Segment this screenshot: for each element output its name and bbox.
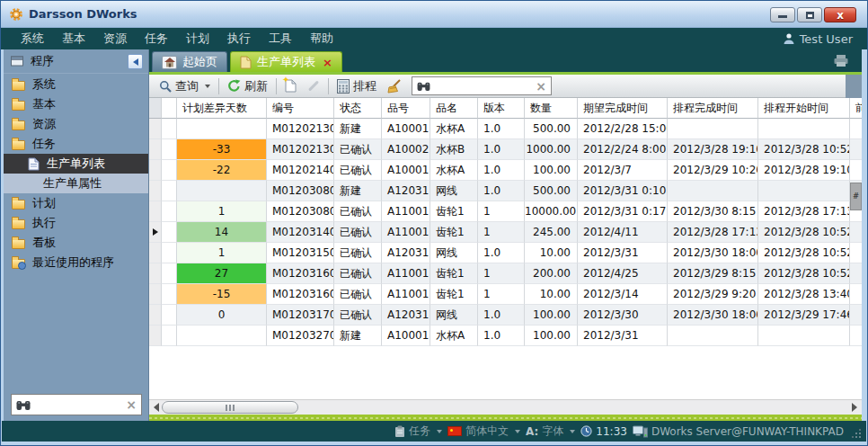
- cell-item_no[interactable]: A10001: [382, 160, 430, 181]
- cell-sched_start[interactable]: 2012/3/29 17:46: [758, 305, 850, 326]
- cell-status[interactable]: 已确认: [334, 284, 382, 305]
- menu-item[interactable]: 任务: [145, 31, 168, 47]
- column-header-version[interactable]: 版本: [478, 98, 525, 119]
- cell-spacer[interactable]: [162, 139, 177, 160]
- column-header-spacer[interactable]: [162, 98, 177, 119]
- sidebar-item[interactable]: 生产单属性: [4, 174, 148, 193]
- cell-item_name[interactable]: 网线: [430, 243, 478, 263]
- cell-sched_start[interactable]: 2012/3/28 10:52: [758, 222, 850, 243]
- new-document-button[interactable]: ✦: [279, 76, 302, 96]
- cell-qty[interactable]: 1000.00: [525, 139, 578, 160]
- cell-no[interactable]: M012031501: [267, 243, 334, 263]
- clean-button[interactable]: [382, 76, 408, 96]
- sidebar-item[interactable]: 最近使用的程序: [4, 253, 148, 272]
- cell-no[interactable]: M012031601: [267, 263, 334, 284]
- cell-due[interactable]: 2012/3/7: [578, 160, 668, 181]
- cell-item_no[interactable]: A12031: [382, 305, 430, 326]
- horizontal-scrollbar-thumb[interactable]: [162, 401, 298, 414]
- vertical-scrollbar-thumb[interactable]: #: [850, 183, 862, 210]
- cell-status[interactable]: 已确认: [334, 263, 382, 284]
- cell-qty[interactable]: 100.00: [525, 305, 578, 326]
- cell-qty[interactable]: 245.00: [525, 222, 578, 243]
- cell-item_no[interactable]: A10001: [382, 326, 430, 346]
- table-row[interactable]: 27M012031601已确认A11001齿轮11200.002012/4/25…: [149, 263, 862, 284]
- cell-no[interactable]: M012032701: [267, 326, 334, 346]
- cell-no[interactable]: M012031602: [267, 284, 334, 305]
- cell-no[interactable]: M012021301: [267, 119, 334, 139]
- cell-qty[interactable]: 500.00: [525, 119, 578, 139]
- menu-item[interactable]: 工具: [269, 31, 292, 47]
- close-button[interactable]: x: [824, 7, 856, 22]
- cell-extra[interactable]: [850, 160, 862, 181]
- cell-sched_start[interactable]: [758, 181, 850, 201]
- cell-item_no[interactable]: A11001: [382, 284, 430, 305]
- menu-item[interactable]: 基本: [62, 31, 85, 47]
- cell-extra[interactable]: [850, 305, 862, 326]
- cell-sched_end[interactable]: 2012/3/29 9:20: [668, 284, 758, 305]
- cell-due[interactable]: 2012/2/24 8:00: [578, 139, 668, 160]
- cell-marker[interactable]: [149, 119, 162, 139]
- cell-item_no[interactable]: A12031: [382, 181, 430, 201]
- cell-qty[interactable]: 200.00: [525, 263, 578, 284]
- toolbar-search-input[interactable]: [434, 79, 531, 94]
- cell-marker[interactable]: [149, 201, 162, 222]
- table-row[interactable]: 1M012031501已确认A12031网线1.010.002012/3/312…: [149, 243, 862, 263]
- sidebar-item[interactable]: 执行: [4, 213, 148, 233]
- cell-qty[interactable]: 100.00: [525, 326, 578, 346]
- clear-search-icon[interactable]: ×: [121, 398, 141, 411]
- cell-diff[interactable]: -15: [177, 284, 267, 305]
- cell-extra[interactable]: [850, 119, 862, 139]
- cell-marker[interactable]: [149, 222, 162, 243]
- cell-extra[interactable]: [850, 222, 862, 243]
- cell-status[interactable]: 已确认: [334, 201, 382, 222]
- menu-item[interactable]: 帮助: [310, 31, 333, 47]
- cell-status[interactable]: 已确认: [334, 305, 382, 326]
- table-row[interactable]: -33M012021302已确认A10002水杯B1.01000.002012/…: [149, 139, 862, 160]
- cell-item_no[interactable]: A10001: [382, 119, 430, 139]
- cell-spacer[interactable]: [162, 201, 177, 222]
- edit-button[interactable]: [302, 76, 325, 96]
- cell-sched_end[interactable]: [668, 119, 758, 139]
- cell-due[interactable]: 2012/4/25: [578, 263, 668, 284]
- cell-due[interactable]: 2012/3/31 0:17: [578, 201, 668, 222]
- cell-no[interactable]: M012030801: [267, 181, 334, 201]
- cell-sched_end[interactable]: [668, 181, 758, 201]
- cell-due[interactable]: 2012/3/31 0:10: [578, 181, 668, 201]
- column-header-item_no[interactable]: 品号: [382, 98, 430, 119]
- cell-version[interactable]: 1: [478, 263, 525, 284]
- cell-item_no[interactable]: A10002: [382, 139, 430, 160]
- cell-sched_start[interactable]: [758, 326, 850, 346]
- sidebar-item[interactable]: 任务: [4, 134, 148, 154]
- cell-sched_start[interactable]: 2012/3/28 13:40: [758, 284, 850, 305]
- table-row[interactable]: -22M012021401已确认A10001水杯A1.0100.002012/3…: [149, 160, 862, 181]
- cell-due[interactable]: 2012/2/28 15:00: [578, 119, 668, 139]
- cell-item_name[interactable]: 水杯A: [430, 326, 478, 346]
- cell-item_no[interactable]: A11001: [382, 263, 430, 284]
- cell-marker[interactable]: [149, 284, 162, 305]
- minimize-button[interactable]: [770, 7, 795, 22]
- cell-item_name[interactable]: 水杯A: [430, 160, 478, 181]
- cell-item_name[interactable]: 齿轮1: [430, 201, 478, 222]
- refresh-button[interactable]: 刷新: [222, 76, 273, 96]
- schedule-button[interactable]: 排程: [332, 76, 382, 96]
- cell-version[interactable]: 1.0: [478, 181, 525, 201]
- column-header-extra[interactable]: 前: [850, 98, 862, 119]
- sidebar-collapse-button[interactable]: [128, 54, 143, 69]
- cell-sched_start[interactable]: 2012/3/28 19:10: [758, 160, 850, 181]
- table-row[interactable]: 1M012030802已确认A11001齿轮1110000.002012/3/3…: [149, 201, 862, 222]
- cell-diff[interactable]: [177, 119, 267, 139]
- maximize-button[interactable]: [797, 7, 822, 22]
- sidebar-item[interactable]: 资源: [4, 114, 148, 134]
- cell-item_name[interactable]: 齿轮1: [430, 263, 478, 284]
- cell-status[interactable]: 已确认: [334, 139, 382, 160]
- cell-sched_end[interactable]: 2012/3/28 19:10: [668, 139, 758, 160]
- cell-due[interactable]: 2012/3/30: [578, 305, 668, 326]
- cell-extra[interactable]: [850, 139, 862, 160]
- cell-due[interactable]: 2012/4/11: [578, 222, 668, 243]
- column-header-qty[interactable]: 数量: [525, 98, 578, 119]
- cell-sched_end[interactable]: 2012/3/30 18:00: [668, 243, 758, 263]
- column-header-no[interactable]: 编号: [267, 98, 334, 119]
- menu-item[interactable]: 计划: [186, 31, 209, 47]
- cell-marker[interactable]: [149, 160, 162, 181]
- cell-version[interactable]: 1: [478, 201, 525, 222]
